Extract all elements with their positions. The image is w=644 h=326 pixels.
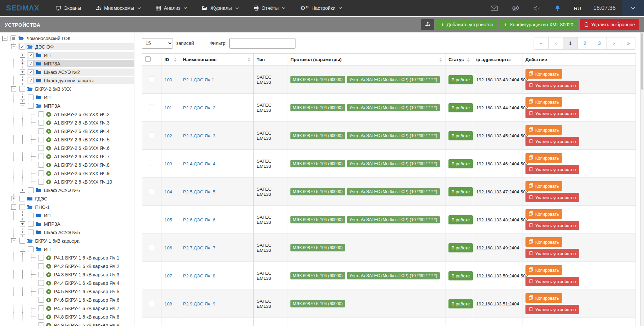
device-name-link[interactable]: Р2.7 ДЭС Яч. 7	[183, 245, 215, 250]
row-checkbox[interactable]	[149, 161, 154, 166]
tree-checkbox[interactable]	[28, 52, 34, 58]
tree-checkbox[interactable]	[28, 94, 34, 100]
scrollbar-thumb[interactable]	[641, 33, 643, 90]
page-button[interactable]: ›	[607, 37, 621, 49]
bell-icon[interactable]	[547, 0, 568, 16]
copy-device-button[interactable]: Копировать	[525, 237, 562, 247]
speaker-mute-icon[interactable]	[526, 0, 547, 16]
tree-checkbox[interactable]	[28, 69, 34, 75]
expand-expander-icon[interactable]: +	[20, 61, 25, 66]
tree-node[interactable]: Р4.6 БКРУ-1 6 кВ карьер Яч.6	[37, 296, 134, 303]
tree-node[interactable]: Р4.4 БКРУ-1 6 кВ карьер Яч.4	[37, 279, 134, 287]
device-id-link[interactable]: 104	[164, 189, 172, 194]
copy-device-button[interactable]: Копировать	[525, 69, 562, 79]
tree-node[interactable]: ИП	[27, 94, 134, 101]
tree-node[interactable]: ИП	[27, 212, 134, 219]
menu-analysis[interactable]: Анализ	[148, 0, 195, 16]
row-checkbox[interactable]	[149, 105, 154, 110]
page-button[interactable]: 3	[592, 37, 607, 49]
tree-node[interactable]: БКРУ-2 6кВ УХХ	[18, 85, 134, 92]
tree-checkbox[interactable]	[38, 120, 44, 126]
menu-reports[interactable]: Отчёты	[246, 0, 293, 16]
tree-checkbox[interactable]	[19, 204, 25, 210]
expand-expander-icon[interactable]: +	[20, 221, 25, 226]
expand-expander-icon[interactable]: +	[20, 188, 25, 193]
mail-icon[interactable]	[484, 0, 505, 16]
tree-checkbox[interactable]	[38, 280, 44, 286]
delete-device-button[interactable]: Удалить устройство	[525, 277, 579, 286]
device-name-link[interactable]: Р2.1 ДЭС Яч.1	[183, 77, 214, 82]
tree-node[interactable]: Р4.9 БКРУ-1 6 кВ карьер Яч.9	[37, 322, 134, 326]
sedmax-logo[interactable]: SEDMΛX	[0, 0, 48, 16]
row-checkbox[interactable]	[149, 245, 154, 250]
device-id-link[interactable]: 108	[164, 301, 172, 306]
tree-node[interactable]: Р4.8 БКРУ-1 6 кВ карьер Яч.8	[37, 313, 134, 320]
device-name-link[interactable]: Р2.6 ДЭС Яч. 6	[183, 217, 215, 222]
expand-expander-icon[interactable]: +	[20, 95, 25, 100]
delete-device-button[interactable]: Удалить устройство	[525, 305, 579, 314]
row-checkbox[interactable]	[149, 133, 154, 138]
device-name-link[interactable]: Р2.4 ДЭС Яч. 4	[183, 161, 215, 166]
tree-checkbox[interactable]	[38, 314, 44, 320]
delete-device-button[interactable]: Удалить устройство	[525, 165, 579, 174]
tree-node[interactable]: Ломоносовский ГОК	[9, 35, 134, 42]
device-name-link[interactable]: Р2.5 ДЭС Яч. 5	[183, 189, 215, 194]
collapse-expander-icon[interactable]: −	[20, 247, 25, 252]
tree-checkbox[interactable]	[28, 213, 34, 218]
tree-checkbox[interactable]	[28, 229, 34, 235]
tree-checkbox[interactable]	[28, 61, 34, 66]
menu-journals[interactable]: Журналы	[195, 0, 246, 16]
copy-device-button[interactable]: Копировать	[525, 209, 562, 219]
row-checkbox[interactable]	[149, 273, 154, 278]
tree-node[interactable]: А1 БКРУ-2 6 кВ УХХ Яч.4	[37, 128, 134, 135]
tree-node[interactable]: Шкаф дуговой защиты	[27, 77, 134, 84]
tree-node[interactable]: А1 БКРУ-2 6 кВ УХХ Яч.2	[37, 111, 134, 118]
xml-config-button[interactable]: + Конфигурация из XML 80020	[500, 19, 578, 30]
device-name-link[interactable]: Р2.2 ДЭС Яч. 2	[183, 105, 215, 110]
device-id-link[interactable]: 102	[164, 133, 172, 138]
tree-checkbox[interactable]	[38, 322, 44, 326]
collapse-expander-icon[interactable]: −	[2, 36, 7, 41]
tree-node[interactable]: Шкаф АСУЭ №2	[27, 69, 134, 76]
tree-checkbox[interactable]	[38, 305, 44, 311]
tree-checkbox[interactable]	[19, 44, 25, 50]
tree-node[interactable]: А1 БКРУ-2 6 кВ УХХ Яч.5	[37, 136, 134, 143]
tree-node[interactable]: Шкаф АСУЭ №5	[27, 229, 134, 236]
collapse-expander-icon[interactable]: −	[11, 205, 16, 210]
tree-node[interactable]: ГДЭС	[18, 195, 134, 202]
tree-node[interactable]: МПРЗА	[27, 220, 134, 227]
menu-mimics[interactable]: Мнемосхемы	[88, 0, 148, 16]
tree-checkbox[interactable]	[38, 154, 44, 159]
tree-checkbox[interactable]	[38, 111, 44, 117]
tree-checkbox[interactable]	[10, 35, 16, 41]
page-size-select[interactable]: 15	[142, 38, 173, 49]
tree-node[interactable]: А1 БКРУ-2 6 кВ УХХ Яч.9	[37, 170, 134, 177]
device-id-link[interactable]: 106	[164, 245, 172, 250]
copy-device-button[interactable]: Копировать	[525, 181, 562, 191]
tree-checkbox[interactable]	[38, 297, 44, 303]
tree-node[interactable]: А1 БКРУ-2 6 кВ УХХ Яч.7	[37, 153, 134, 160]
column-header-status[interactable]: Статус	[445, 54, 473, 66]
page-button[interactable]: »	[621, 37, 636, 49]
expand-expander-icon[interactable]: +	[20, 53, 25, 58]
tree-node[interactable]: А1 БКРУ-2 6 кВ УХХ Яч.8	[37, 161, 134, 168]
row-checkbox[interactable]	[149, 77, 154, 82]
delete-device-button[interactable]: Удалить устройство	[525, 193, 579, 202]
tree-checkbox[interactable]	[19, 196, 25, 201]
menu-screens[interactable]: Экраны	[48, 0, 88, 16]
delete-device-button[interactable]: Удалить устройство	[525, 137, 579, 146]
delete-device-button[interactable]: Удалить устройство	[525, 81, 579, 90]
toggle-tree-button[interactable]	[421, 19, 434, 30]
expand-expander-icon[interactable]: +	[20, 213, 25, 218]
user-menu[interactable]	[622, 0, 644, 16]
tree-node[interactable]: ПНС-1	[18, 203, 134, 211]
tree-checkbox[interactable]	[28, 187, 34, 193]
page-button[interactable]: 1	[563, 37, 577, 49]
tree-checkbox[interactable]	[19, 238, 25, 244]
tree-node[interactable]: БКРУ-1 6кВ карьера	[18, 237, 134, 244]
delete-device-button[interactable]: Удалить устройство	[525, 221, 579, 230]
column-header-name[interactable]: Наименование	[180, 54, 254, 66]
collapse-expander-icon[interactable]: −	[11, 86, 16, 91]
device-id-link[interactable]: 101	[164, 105, 172, 110]
expand-expander-icon[interactable]: +	[20, 230, 25, 235]
